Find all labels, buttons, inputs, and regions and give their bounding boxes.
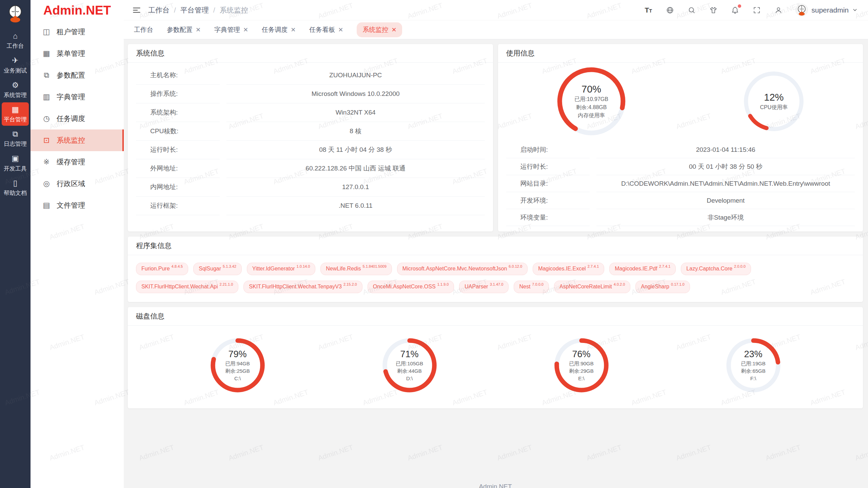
sidebar-item-file-management[interactable]: ▤文件管理 — [31, 195, 124, 216]
sidebar-item-label: 租户管理 — [57, 27, 85, 37]
divider-gap — [220, 122, 226, 141]
theme-icon[interactable] — [709, 5, 718, 15]
rail-item-workbench[interactable]: ⌂工作台 — [2, 29, 29, 52]
gauge-detail: 剩余:44GB — [397, 368, 422, 374]
assembly-name: AngleSharp — [641, 283, 669, 290]
tab-close-icon[interactable]: ✕ — [196, 26, 201, 34]
sidebar-item-tenant-management[interactable]: ◫租户管理 — [31, 21, 124, 43]
assembly-badge: AspNetCoreRateLimit4.0.2.0 — [554, 281, 630, 293]
assembly-badge: SKIT.FlurlHttpClient.Wechat.TenpayV32.15… — [243, 281, 362, 293]
top-bar-actions: TTsuperadmin — [644, 4, 858, 16]
sidebar-item-menu-management[interactable]: ▦菜单管理 — [31, 43, 124, 64]
gauge-text: 79%已用:94GB剩余:25GBC:\ — [210, 337, 266, 393]
gauge-detail: 剩余:25GB — [225, 368, 250, 374]
divider-gap — [220, 103, 226, 122]
disk-c-gauge: 79%已用:94GB剩余:25GBC:\ — [210, 337, 266, 393]
tab-任务看板[interactable]: 任务看板✕ — [309, 25, 343, 34]
info-row: CPU核数:8 核 — [136, 122, 485, 141]
rail-item-business-test[interactable]: ✈业务测试 — [2, 53, 29, 77]
divider-gap — [220, 159, 226, 178]
paper-plane-icon: ✈ — [12, 56, 18, 65]
assembly-version: 2.15.2.0 — [343, 282, 357, 287]
notebook-icon: ▯ — [13, 179, 18, 187]
tab-系统监控[interactable]: 系统监控✕ — [357, 22, 402, 37]
rail-item-platform-management[interactable]: ▦平台管理 — [2, 102, 29, 126]
sidebar-item-param-config[interactable]: ⧉参数配置 — [31, 64, 124, 86]
assembly-badge: Nest7.0.0.0 — [514, 281, 549, 293]
assembly-version: 4.8.4.5 — [172, 264, 183, 269]
rail-item-system-management[interactable]: ⚙系统管理 — [2, 78, 29, 101]
copy-icon: ⧉ — [42, 71, 51, 80]
info-label: 系统架构: — [136, 103, 220, 122]
sidebar-item-cache-management[interactable]: ※缓存管理 — [31, 151, 124, 173]
copy-icon: ⧉ — [13, 130, 18, 138]
assembly-badge: AngleSharp0.17.1.0 — [635, 281, 690, 293]
font-size-icon[interactable]: TT — [644, 5, 653, 15]
gauge-detail: 已用:90GB — [569, 361, 594, 367]
assembly-version: 2.7.4.1 — [588, 264, 599, 269]
app-logo-icon[interactable] — [5, 3, 25, 23]
tab-任务调度[interactable]: 任务调度✕ — [262, 25, 296, 34]
tab-工作台[interactable]: 工作台 — [134, 25, 153, 34]
assembly-badge: Magicodes.IE.Excel2.7.4.1 — [533, 263, 604, 275]
footer-app-name: Admin.NET — [128, 480, 863, 488]
tab-label: 参数配置 — [167, 25, 193, 34]
gauge-detail: 剩余:65GB — [741, 368, 766, 374]
breadcrumb-item[interactable]: 平台管理 — [180, 5, 209, 15]
rail-item-label: 工作台 — [7, 42, 24, 50]
sidebar-item-admin-region[interactable]: ◎行政区域 — [31, 173, 124, 195]
alarm-clock-icon: ◷ — [42, 114, 51, 123]
cpu-usage-gauge: 12%CPU使用率 — [742, 70, 805, 133]
page-footer: Admin.NET Copyright © 2022 Dilon All rig… — [128, 408, 863, 488]
rail-item-help-docs[interactable]: ▯帮助文档 — [2, 176, 29, 199]
assembly-version: 7.0.0.0 — [532, 282, 544, 287]
search-icon[interactable] — [687, 5, 696, 15]
info-value: D:\CODEWORK\Admin.NET\Admin.NET\Admin.NE… — [596, 175, 855, 192]
app-logo-text: Admin.NET — [31, 0, 124, 21]
sidebar-item-dict-management[interactable]: ▥字典管理 — [31, 86, 124, 108]
divider-gap — [590, 192, 596, 209]
info-value: 8 核 — [226, 122, 485, 141]
fullscreen-icon[interactable] — [752, 5, 762, 15]
secondary-sidebar: Admin.NET ◫租户管理▦菜单管理⧉参数配置▥字典管理◷任务调度⊡系统监控… — [31, 0, 124, 488]
info-label: 操作系统: — [136, 85, 220, 103]
app-root: ⌂工作台✈业务测试⚙系统管理▦平台管理⧉日志管理▣开发工具▯帮助文档 Admin… — [0, 0, 868, 488]
rail-item-log-management[interactable]: ⧉日志管理 — [2, 127, 29, 150]
gauge-detail: CPU使用率 — [760, 104, 788, 111]
rail-item-label: 帮助文档 — [4, 189, 27, 197]
notification-badge — [738, 4, 741, 8]
tab-参数配置[interactable]: 参数配置✕ — [167, 25, 201, 34]
tab-label: 字典管理 — [214, 25, 240, 34]
assembly-name: Yitter.IdGenerator — [252, 265, 295, 272]
info-row: 运行时长:08 天 11 小时 04 分 38 秒 — [136, 141, 485, 159]
gauge-text: 70%已用:10.97GB剩余:4.88GB内存使用率 — [555, 65, 627, 137]
gauge-percent: 71% — [400, 349, 418, 360]
rail-item-dev-tools[interactable]: ▣开发工具 — [2, 151, 29, 175]
divider-gap — [590, 175, 596, 192]
gauge-detail: 剩余:29GB — [569, 368, 594, 374]
sidebar-item-label: 文件管理 — [57, 201, 85, 210]
language-icon[interactable] — [665, 5, 675, 15]
collapse-menu-icon[interactable] — [132, 5, 141, 15]
notification-icon[interactable] — [730, 5, 740, 15]
info-value: 非Stage环境 — [596, 209, 855, 226]
user-menu[interactable]: superadmin — [795, 4, 858, 16]
assembly-badge: Furion.Pure4.8.4.5 — [136, 263, 188, 275]
document-icon: ▤ — [42, 201, 51, 210]
breadcrumb-item[interactable]: 系统监控 — [220, 5, 248, 15]
info-row: 操作系统:Microsoft Windows 10.0.22000 — [136, 85, 485, 103]
tab-字典管理[interactable]: 字典管理✕ — [214, 25, 248, 34]
breadcrumb-item[interactable]: 工作台 — [148, 5, 170, 15]
profile-icon[interactable] — [774, 5, 783, 15]
tab-close-icon[interactable]: ✕ — [291, 26, 296, 34]
sidebar-item-task-schedule[interactable]: ◷任务调度 — [31, 108, 124, 129]
info-label: 环境变量: — [506, 209, 590, 226]
gear-icon: ⚙ — [12, 81, 19, 89]
sidebar-item-system-monitor[interactable]: ⊡系统监控 — [31, 129, 124, 151]
info-value: Win32NT X64 — [226, 103, 485, 122]
divider-gap — [590, 158, 596, 175]
tab-close-icon[interactable]: ✕ — [338, 26, 343, 34]
tab-close-icon[interactable]: ✕ — [243, 26, 248, 34]
tab-close-icon[interactable]: ✕ — [391, 26, 396, 34]
info-label: 网站目录: — [506, 175, 590, 192]
